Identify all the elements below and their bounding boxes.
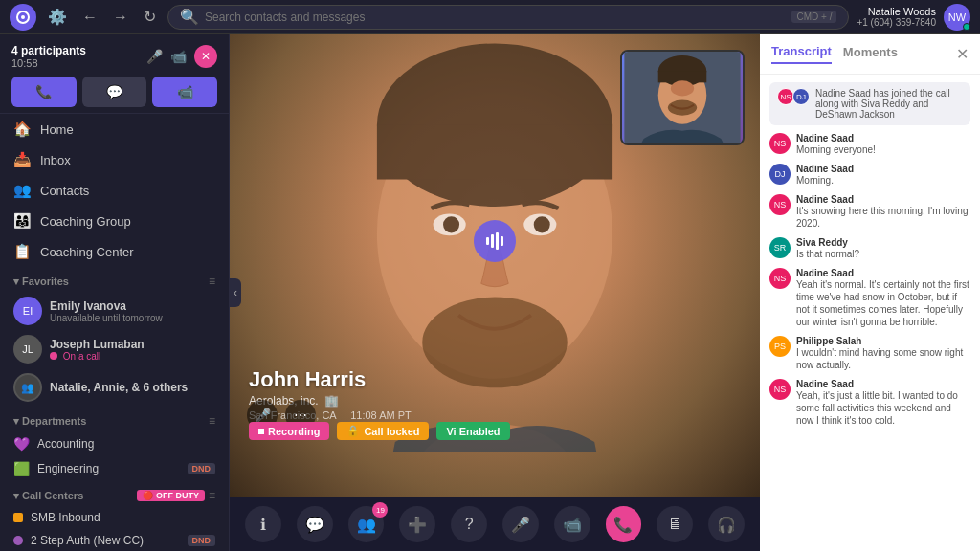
tab-transcript[interactable]: Transcript bbox=[771, 44, 832, 64]
end-call-button[interactable]: ✕ bbox=[194, 45, 217, 68]
participants-count: 19 bbox=[372, 502, 388, 518]
nav-coaching-group[interactable]: 👨‍👩‍👧 Coaching Group bbox=[0, 206, 229, 236]
favorite-group[interactable]: 👥 Natalie, Annie, & 6 others bbox=[0, 368, 229, 407]
panel-header: Transcript Moments ✕ bbox=[760, 34, 980, 75]
msg-5-avatar: NS bbox=[769, 268, 791, 289]
settings-icon[interactable]: ⚙️ bbox=[44, 6, 71, 28]
accounting-icon: 💜 bbox=[13, 436, 30, 452]
msg-4: SR Siva Reddy Is that normal? bbox=[769, 237, 970, 260]
favorite-emily[interactable]: EI Emily Ivanova Unavailable until tomor… bbox=[0, 292, 229, 330]
svg-point-16 bbox=[668, 100, 697, 116]
headset-button[interactable]: 🎧 bbox=[708, 506, 745, 542]
svg-rect-5 bbox=[377, 125, 612, 180]
call-locked-badge[interactable]: 🔒 Call locked bbox=[337, 422, 429, 440]
dept-accounting[interactable]: 💜 Accounting bbox=[0, 431, 229, 456]
video-area: John Harris Aerolabs, inc. 🏢 San Francis… bbox=[230, 34, 760, 497]
vi-enabled-badge[interactable]: Vi Enabled bbox=[436, 422, 509, 440]
chat-button[interactable]: 💬 bbox=[297, 506, 333, 542]
favorite-joseph[interactable]: JL Joseph Lumaban On a call bbox=[0, 330, 229, 368]
coaching-center-icon: 📋 bbox=[13, 243, 31, 260]
online-indicator bbox=[963, 23, 970, 31]
engineering-name: Engineering bbox=[37, 462, 99, 475]
joseph-name: Joseph Lumaban bbox=[50, 338, 145, 351]
call-phone-button[interactable]: 📞 bbox=[11, 77, 77, 107]
svg-rect-18 bbox=[491, 234, 494, 248]
smb-dot bbox=[13, 513, 23, 522]
caller-name: John Harris bbox=[249, 367, 412, 392]
off-duty-badge: 🔴 OFF DUTY bbox=[137, 490, 205, 501]
msg-5-content: Nadine Saad Yeah it's normal. It's certa… bbox=[796, 268, 970, 328]
msg-2: DJ Nadine Saad Morning. bbox=[769, 164, 970, 187]
smb-name: SMB Inbound bbox=[31, 511, 100, 524]
favorites-menu-icon[interactable]: ≡ bbox=[209, 275, 215, 288]
main-layout: 4 participants 10:58 🎤 📹 ✕ 📞 💬 📹 🏠 Home bbox=[0, 34, 980, 551]
pip-video bbox=[620, 50, 745, 145]
call-centers-menu-icon[interactable]: ≡ bbox=[209, 489, 215, 502]
search-bar[interactable]: 🔍 CMD + / bbox=[167, 5, 849, 30]
search-shortcut: CMD + / bbox=[791, 11, 836, 23]
avatar[interactable]: NW bbox=[944, 4, 970, 31]
call-video-button[interactable]: 📹 bbox=[152, 77, 217, 107]
emily-name: Emily Ivanova bbox=[50, 299, 163, 313]
call-message-button[interactable]: 💬 bbox=[82, 77, 147, 107]
departments-label: ▾ Departments bbox=[13, 415, 86, 428]
user-profile-area: Natalie Woods +1 (604) 359-7840 NW bbox=[857, 4, 970, 31]
coaching-group-icon: 👨‍👩‍👧 bbox=[13, 212, 31, 230]
msg-6: PS Philippe Salah I wouldn't mind having… bbox=[769, 336, 970, 371]
status-badges: Recording 🔒 Call locked Vi Enabled bbox=[249, 422, 510, 440]
cc-smb-inbound[interactable]: SMB Inbound bbox=[0, 506, 229, 529]
tab-moments[interactable]: Moments bbox=[843, 45, 898, 63]
video-icon[interactable]: 📹 bbox=[170, 49, 187, 64]
recording-dot bbox=[258, 429, 264, 434]
refresh-icon[interactable]: ↻ bbox=[140, 6, 160, 28]
call-icons: 🎤 📹 ✕ bbox=[146, 45, 217, 68]
nav-home[interactable]: 🏠 Home bbox=[0, 114, 229, 144]
back-icon[interactable]: ← bbox=[78, 7, 101, 28]
end-call-main-button[interactable]: 📞 bbox=[606, 506, 642, 542]
nav-coaching-center[interactable]: 📋 Coaching Center bbox=[0, 236, 229, 267]
dept-engineering[interactable]: 🟩 Engineering DND bbox=[0, 456, 229, 481]
departments-menu-icon[interactable]: ≡ bbox=[209, 414, 215, 428]
user-phone: +1 (604) 359-7840 bbox=[857, 17, 936, 28]
2step-dot bbox=[13, 536, 23, 545]
on-call-dot bbox=[50, 352, 57, 360]
search-input[interactable] bbox=[205, 11, 786, 24]
info-button[interactable]: ℹ bbox=[245, 506, 281, 542]
panel-close-button[interactable]: ✕ bbox=[956, 45, 969, 63]
svg-rect-17 bbox=[486, 237, 489, 245]
cc-2step[interactable]: 2 Step Auth (New CC) DND bbox=[0, 529, 229, 551]
forward-icon[interactable]: → bbox=[109, 7, 132, 28]
camera-button[interactable]: 📹 bbox=[554, 506, 590, 542]
svg-point-8 bbox=[443, 216, 459, 232]
msg-7: NS Nadine Saad Yeah, it's just a little … bbox=[769, 379, 970, 427]
call-centers-label: ▾ Call Centers bbox=[13, 490, 83, 502]
audio-wave-icon bbox=[474, 220, 516, 262]
mic-button[interactable]: 🎤 bbox=[502, 506, 539, 542]
svg-rect-20 bbox=[501, 236, 503, 246]
nav-inbox[interactable]: 📥 Inbox bbox=[0, 144, 229, 175]
help-button[interactable]: ? bbox=[451, 506, 487, 542]
sidebar-collapse-button[interactable]: ‹ bbox=[230, 278, 241, 307]
call-time: 10:58 bbox=[11, 57, 86, 69]
call-action-buttons: 📞 💬 📹 bbox=[11, 77, 217, 107]
sidebar: 4 participants 10:58 🎤 📹 ✕ 📞 💬 📹 🏠 Home bbox=[0, 34, 230, 551]
msg-3: NS Nadine Saad It's snowing here this mo… bbox=[769, 194, 970, 230]
recording-badge[interactable]: Recording bbox=[249, 422, 329, 440]
nav-home-label: Home bbox=[40, 122, 74, 137]
bottom-controls: ℹ 💬 👥 19 ➕ ? 🎤 📹 📞 🖥 🎧 bbox=[230, 497, 760, 551]
add-participant-button[interactable]: ➕ bbox=[399, 506, 435, 542]
svg-point-1 bbox=[21, 15, 25, 19]
msg-3-content: Nadine Saad It's snowing here this morni… bbox=[796, 194, 970, 230]
call-info: 4 participants 10:58 🎤 📹 ✕ bbox=[11, 44, 217, 69]
call-centers-section-header: ▾ Call Centers 🔴 OFF DUTY ≡ bbox=[0, 481, 229, 506]
svg-point-10 bbox=[422, 298, 568, 388]
mute-icon[interactable]: 🎤 bbox=[146, 49, 163, 64]
group-avatar: 👥 bbox=[13, 373, 42, 402]
screen-share-button[interactable]: 🖥 bbox=[657, 506, 693, 542]
svg-rect-19 bbox=[496, 232, 499, 250]
call-controls: 4 participants 10:58 🎤 📹 ✕ 📞 💬 📹 bbox=[0, 34, 229, 114]
nav-contacts[interactable]: 👥 Contacts bbox=[0, 175, 229, 206]
user-name: Natalie Woods bbox=[857, 6, 936, 17]
participants-button[interactable]: 👥 19 bbox=[348, 506, 385, 542]
home-icon: 🏠 bbox=[13, 121, 31, 138]
